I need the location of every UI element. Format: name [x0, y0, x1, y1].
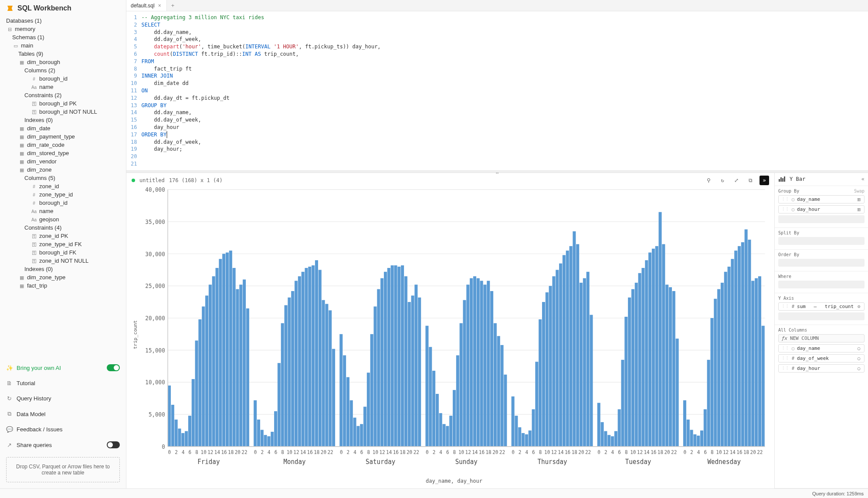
constraint-node[interactable]: ⚿borough_id FK: [6, 248, 122, 257]
refresh-icon[interactable]: ↻: [718, 176, 727, 185]
table-node[interactable]: ▦dim_rate_code: [6, 141, 122, 149]
table-icon: ▦: [18, 283, 25, 289]
constraint-node[interactable]: ⚿zone_id NOT NULL: [6, 257, 122, 265]
svg-rect-170: [525, 434, 528, 447]
tables-node[interactable]: Tables (9): [6, 50, 122, 58]
all-columns-label: All Columns: [778, 328, 807, 332]
constraints-node[interactable]: Constraints (2): [6, 91, 122, 99]
svg-text:8: 8: [539, 449, 542, 455]
table-node[interactable]: ▦dim_zone_type: [6, 273, 122, 281]
svg-rect-240: [683, 400, 686, 446]
new-column-button[interactable]: ƒx NEW COLUMN: [778, 334, 865, 342]
swap-button[interactable]: Swap: [854, 189, 865, 193]
svg-rect-220: [655, 246, 658, 447]
constraint-node[interactable]: ⚿borough_id PK: [6, 99, 122, 108]
dropzone[interactable]: Drop CSV, Parquet or Arrow files here to…: [6, 457, 120, 482]
table-node[interactable]: ▦dim_borough: [6, 58, 122, 66]
columns-node[interactable]: Columns (5): [6, 174, 122, 182]
column-node[interactable]: #zone_type_id: [6, 190, 122, 199]
constraint-node[interactable]: ⚿borough_id NOT NULL: [6, 108, 122, 116]
constraint-node[interactable]: ⚿zone_id PK: [6, 232, 122, 240]
svg-text:0: 0: [168, 449, 171, 455]
table-node[interactable]: ▦dim_date: [6, 124, 122, 132]
svg-rect-55: [254, 400, 257, 446]
feedback-link[interactable]: 💬Feedback / Issues: [6, 423, 120, 435]
pane-divider[interactable]: ▪▪: [126, 170, 868, 173]
table-node[interactable]: ▦dim_vendor: [6, 157, 122, 166]
add-tab-button[interactable]: +: [167, 0, 179, 11]
svg-rect-70: [305, 268, 308, 447]
sql-editor[interactable]: 123456789101112131415161718192021 -- Agg…: [126, 11, 868, 170]
group-by-pill[interactable]: ⋮⋮▢day_name▥: [778, 195, 865, 203]
column-node[interactable]: Aaname: [6, 83, 122, 91]
constraint-node[interactable]: ⚿zone_type_id FK: [6, 240, 122, 248]
circle-icon[interactable]: ○: [856, 366, 861, 371]
indexes-node[interactable]: Indexes (0): [6, 265, 122, 273]
config-icon[interactable]: ▥: [856, 196, 861, 202]
svg-rect-100: [367, 373, 370, 447]
share-toggle[interactable]: [107, 441, 120, 448]
app-header: SQL Workbench: [0, 0, 126, 17]
editor-content[interactable]: -- Aggregating 3 million NYC taxi rides …: [141, 14, 387, 168]
column-node[interactable]: #zone_id: [6, 182, 122, 190]
model-link[interactable]: ⧉Data Model: [6, 408, 120, 420]
column-pill[interactable]: ⋮⋮▢day_name○: [778, 344, 865, 352]
column-node[interactable]: #borough_id: [6, 199, 122, 207]
drop-slot[interactable]: [778, 237, 865, 245]
svg-text:18: 18: [400, 449, 405, 455]
svg-rect-180: [559, 263, 562, 446]
circle-icon[interactable]: ○: [856, 356, 861, 361]
svg-text:16: 16: [393, 449, 399, 455]
schemas-node[interactable]: Schemas (1): [6, 33, 122, 41]
drop-slot[interactable]: [778, 281, 865, 288]
databases-node[interactable]: Databases (1): [6, 17, 122, 25]
svg-text:8: 8: [281, 449, 284, 455]
expand-icon[interactable]: »: [760, 176, 769, 185]
constraints-node[interactable]: Constraints (4): [6, 224, 122, 232]
column-node[interactable]: Aageojson: [6, 215, 122, 224]
table-node[interactable]: ▦dim_stored_type: [6, 149, 122, 157]
svg-rect-23: [185, 431, 188, 446]
close-tab-icon[interactable]: ×: [157, 3, 162, 9]
share-link[interactable]: ↗Share queries: [6, 439, 120, 451]
table-node[interactable]: ▦fact_trip: [6, 281, 122, 290]
svg-rect-20: [175, 420, 178, 447]
open-external-icon[interactable]: ⤢: [732, 176, 741, 185]
tab-default-sql[interactable]: default.sql×: [126, 0, 167, 11]
group-by-label: Group By: [778, 189, 799, 193]
collapse-panel-icon[interactable]: «: [861, 176, 865, 182]
svg-rect-210: [621, 360, 624, 447]
column-pill[interactable]: ⋮⋮#day_of_week○: [778, 354, 865, 362]
ai-toggle[interactable]: [107, 364, 120, 371]
svg-rect-282: [784, 176, 785, 182]
svg-rect-101: [370, 334, 373, 447]
svg-rect-186: [580, 283, 583, 447]
schema-node[interactable]: ▭main: [6, 41, 122, 50]
copy-icon[interactable]: ⧉: [746, 176, 755, 185]
drop-slot[interactable]: [778, 215, 865, 223]
drop-slot[interactable]: [778, 259, 865, 267]
yaxis-pill[interactable]: ⋮⋮#sum — trip_count⚙: [778, 302, 865, 311]
tutorial-link[interactable]: 🗎Tutorial: [6, 377, 120, 389]
group-by-pill[interactable]: ⋮⋮▢day_hour▥: [778, 205, 865, 213]
column-node[interactable]: Aaname: [6, 207, 122, 215]
db-node[interactable]: ⊟memory: [6, 25, 122, 33]
svg-rect-171: [529, 430, 532, 447]
svg-rect-177: [549, 286, 552, 447]
indexes-node[interactable]: Indexes (0): [6, 116, 122, 124]
column-node[interactable]: #borough_id: [6, 75, 122, 83]
svg-text:20: 20: [578, 449, 584, 455]
drop-slot[interactable]: [778, 312, 865, 320]
settings-icon[interactable]: ⚙: [856, 304, 861, 309]
filter-icon[interactable]: ⚲: [704, 176, 713, 185]
column-pill[interactable]: ⋮⋮#day_hour○: [778, 364, 865, 373]
key-icon: ⚿: [31, 242, 37, 247]
config-icon[interactable]: ▥: [856, 207, 861, 212]
svg-text:4: 4: [525, 449, 528, 455]
circle-icon[interactable]: ○: [856, 346, 861, 351]
history-link[interactable]: ↻Query History: [6, 393, 120, 404]
columns-node[interactable]: Columns (2): [6, 66, 122, 75]
ai-link[interactable]: ✨Bring your own AI: [6, 362, 120, 374]
table-node[interactable]: ▦dim_zone: [6, 166, 122, 174]
table-node[interactable]: ▦dim_payment_type: [6, 132, 122, 141]
